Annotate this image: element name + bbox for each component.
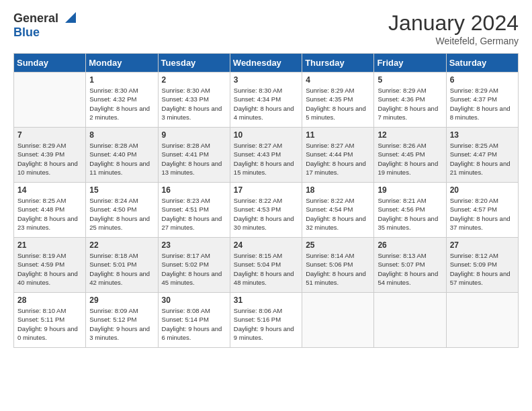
logo-triangle-icon bbox=[61, 11, 76, 23]
day-number: 29 bbox=[89, 295, 154, 305]
calendar: SundayMondayTuesdayWednesdayThursdayFrid… bbox=[13, 53, 519, 348]
day-number: 24 bbox=[234, 240, 298, 250]
day-number: 17 bbox=[234, 185, 298, 195]
day-info: Sunrise: 8:17 AMSunset: 5:02 PMDaylight:… bbox=[162, 251, 226, 287]
day-info: Sunrise: 8:09 AMSunset: 5:12 PMDaylight:… bbox=[89, 306, 154, 342]
day-info: Sunrise: 8:30 AMSunset: 4:34 PMDaylight:… bbox=[234, 86, 298, 122]
header: General Blue January 2024 Weitefeld, Ger… bbox=[13, 11, 519, 46]
calendar-cell: 18Sunrise: 8:22 AMSunset: 4:54 PMDayligh… bbox=[302, 183, 374, 238]
calendar-week-row: 7Sunrise: 8:29 AMSunset: 4:39 PMDaylight… bbox=[14, 128, 519, 183]
day-info: Sunrise: 8:30 AMSunset: 4:33 PMDaylight:… bbox=[162, 86, 226, 122]
day-number: 21 bbox=[17, 240, 82, 250]
day-info: Sunrise: 8:27 AMSunset: 4:44 PMDaylight:… bbox=[306, 141, 370, 177]
day-number: 28 bbox=[17, 295, 82, 305]
header-friday: Friday bbox=[374, 54, 446, 73]
day-number: 23 bbox=[162, 240, 226, 250]
calendar-cell: 20Sunrise: 8:20 AMSunset: 4:57 PMDayligh… bbox=[446, 183, 518, 238]
calendar-cell: 1Sunrise: 8:30 AMSunset: 4:32 PMDaylight… bbox=[86, 73, 158, 128]
calendar-cell: 31Sunrise: 8:06 AMSunset: 5:16 PMDayligh… bbox=[230, 293, 302, 348]
day-number: 27 bbox=[450, 240, 515, 250]
calendar-cell bbox=[446, 293, 518, 348]
day-number: 3 bbox=[234, 75, 298, 85]
day-info: Sunrise: 8:28 AMSunset: 4:40 PMDaylight:… bbox=[89, 141, 154, 177]
header-thursday: Thursday bbox=[302, 54, 374, 73]
calendar-cell: 2Sunrise: 8:30 AMSunset: 4:33 PMDaylight… bbox=[158, 73, 230, 128]
day-info: Sunrise: 8:25 AMSunset: 4:48 PMDaylight:… bbox=[17, 196, 82, 232]
day-number: 25 bbox=[306, 240, 370, 250]
day-number: 8 bbox=[89, 130, 154, 140]
day-info: Sunrise: 8:08 AMSunset: 5:14 PMDaylight:… bbox=[162, 306, 226, 342]
day-info: Sunrise: 8:20 AMSunset: 4:57 PMDaylight:… bbox=[450, 196, 515, 232]
calendar-cell: 23Sunrise: 8:17 AMSunset: 5:02 PMDayligh… bbox=[158, 238, 230, 293]
header-monday: Monday bbox=[86, 54, 158, 73]
calendar-cell: 21Sunrise: 8:19 AMSunset: 4:59 PMDayligh… bbox=[14, 238, 86, 293]
calendar-cell: 24Sunrise: 8:15 AMSunset: 5:04 PMDayligh… bbox=[230, 238, 302, 293]
header-wednesday: Wednesday bbox=[230, 54, 302, 73]
day-info: Sunrise: 8:22 AMSunset: 4:53 PMDaylight:… bbox=[234, 196, 298, 232]
day-info: Sunrise: 8:28 AMSunset: 4:41 PMDaylight:… bbox=[162, 141, 226, 177]
day-number: 13 bbox=[450, 130, 515, 140]
title-block: January 2024 Weitefeld, Germany bbox=[388, 11, 519, 46]
calendar-cell: 12Sunrise: 8:26 AMSunset: 4:45 PMDayligh… bbox=[374, 128, 446, 183]
calendar-cell: 26Sunrise: 8:13 AMSunset: 5:07 PMDayligh… bbox=[374, 238, 446, 293]
calendar-cell: 30Sunrise: 8:08 AMSunset: 5:14 PMDayligh… bbox=[158, 293, 230, 348]
day-number: 18 bbox=[306, 185, 370, 195]
calendar-cell: 9Sunrise: 8:28 AMSunset: 4:41 PMDaylight… bbox=[158, 128, 230, 183]
calendar-cell bbox=[14, 73, 86, 128]
day-number: 22 bbox=[89, 240, 154, 250]
day-info: Sunrise: 8:22 AMSunset: 4:54 PMDaylight:… bbox=[306, 196, 370, 232]
calendar-cell bbox=[302, 293, 374, 348]
day-number: 9 bbox=[162, 130, 226, 140]
calendar-header-row: SundayMondayTuesdayWednesdayThursdayFrid… bbox=[14, 54, 519, 73]
day-number: 7 bbox=[17, 130, 82, 140]
day-number: 5 bbox=[378, 75, 442, 85]
day-number: 6 bbox=[450, 75, 515, 85]
day-info: Sunrise: 8:13 AMSunset: 5:07 PMDaylight:… bbox=[378, 251, 442, 287]
calendar-week-row: 1Sunrise: 8:30 AMSunset: 4:32 PMDaylight… bbox=[14, 73, 519, 128]
calendar-week-row: 21Sunrise: 8:19 AMSunset: 4:59 PMDayligh… bbox=[14, 238, 519, 293]
day-info: Sunrise: 8:29 AMSunset: 4:37 PMDaylight:… bbox=[450, 86, 515, 122]
day-info: Sunrise: 8:06 AMSunset: 5:16 PMDaylight:… bbox=[234, 306, 298, 342]
calendar-cell: 29Sunrise: 8:09 AMSunset: 5:12 PMDayligh… bbox=[86, 293, 158, 348]
day-info: Sunrise: 8:29 AMSunset: 4:39 PMDaylight:… bbox=[17, 141, 82, 177]
day-number: 4 bbox=[306, 75, 370, 85]
svg-marker-0 bbox=[65, 12, 76, 23]
day-info: Sunrise: 8:10 AMSunset: 5:11 PMDaylight:… bbox=[17, 306, 82, 342]
logo: General Blue bbox=[13, 11, 76, 40]
calendar-cell: 3Sunrise: 8:30 AMSunset: 4:34 PMDaylight… bbox=[230, 73, 302, 128]
calendar-cell: 6Sunrise: 8:29 AMSunset: 4:37 PMDaylight… bbox=[446, 73, 518, 128]
calendar-cell: 5Sunrise: 8:29 AMSunset: 4:36 PMDaylight… bbox=[374, 73, 446, 128]
day-info: Sunrise: 8:15 AMSunset: 5:04 PMDaylight:… bbox=[234, 251, 298, 287]
day-info: Sunrise: 8:12 AMSunset: 5:09 PMDaylight:… bbox=[450, 251, 515, 287]
day-number: 15 bbox=[89, 185, 154, 195]
day-info: Sunrise: 8:26 AMSunset: 4:45 PMDaylight:… bbox=[378, 141, 442, 177]
calendar-cell: 27Sunrise: 8:12 AMSunset: 5:09 PMDayligh… bbox=[446, 238, 518, 293]
day-number: 1 bbox=[89, 75, 154, 85]
day-number: 11 bbox=[306, 130, 370, 140]
calendar-cell bbox=[374, 293, 446, 348]
logo-general-text: General bbox=[13, 11, 58, 26]
calendar-cell: 15Sunrise: 8:24 AMSunset: 4:50 PMDayligh… bbox=[86, 183, 158, 238]
header-saturday: Saturday bbox=[446, 54, 518, 73]
day-number: 20 bbox=[450, 185, 515, 195]
header-sunday: Sunday bbox=[14, 54, 86, 73]
day-info: Sunrise: 8:18 AMSunset: 5:01 PMDaylight:… bbox=[89, 251, 154, 287]
calendar-cell: 16Sunrise: 8:23 AMSunset: 4:51 PMDayligh… bbox=[158, 183, 230, 238]
calendar-cell: 19Sunrise: 8:21 AMSunset: 4:56 PMDayligh… bbox=[374, 183, 446, 238]
calendar-cell: 4Sunrise: 8:29 AMSunset: 4:35 PMDaylight… bbox=[302, 73, 374, 128]
day-info: Sunrise: 8:27 AMSunset: 4:43 PMDaylight:… bbox=[234, 141, 298, 177]
calendar-cell: 8Sunrise: 8:28 AMSunset: 4:40 PMDaylight… bbox=[86, 128, 158, 183]
calendar-cell: 22Sunrise: 8:18 AMSunset: 5:01 PMDayligh… bbox=[86, 238, 158, 293]
day-number: 14 bbox=[17, 185, 82, 195]
day-info: Sunrise: 8:29 AMSunset: 4:36 PMDaylight:… bbox=[378, 86, 442, 122]
day-number: 26 bbox=[378, 240, 442, 250]
day-number: 16 bbox=[162, 185, 226, 195]
day-info: Sunrise: 8:30 AMSunset: 4:32 PMDaylight:… bbox=[89, 86, 154, 122]
calendar-cell: 14Sunrise: 8:25 AMSunset: 4:48 PMDayligh… bbox=[14, 183, 86, 238]
day-number: 30 bbox=[162, 295, 226, 305]
day-info: Sunrise: 8:25 AMSunset: 4:47 PMDaylight:… bbox=[450, 141, 515, 177]
calendar-cell: 7Sunrise: 8:29 AMSunset: 4:39 PMDaylight… bbox=[14, 128, 86, 183]
calendar-cell: 28Sunrise: 8:10 AMSunset: 5:11 PMDayligh… bbox=[14, 293, 86, 348]
day-number: 10 bbox=[234, 130, 298, 140]
day-info: Sunrise: 8:14 AMSunset: 5:06 PMDaylight:… bbox=[306, 251, 370, 287]
